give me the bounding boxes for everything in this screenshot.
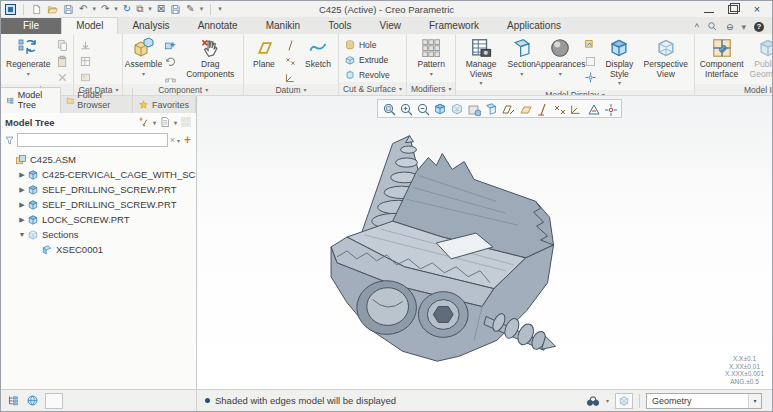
- filter-clear-icon[interactable]: ×: [170, 135, 175, 145]
- expander-icon[interactable]: ▶: [17, 171, 27, 179]
- hole-button[interactable]: Hole: [342, 38, 392, 52]
- minimize-button[interactable]: [702, 4, 716, 15]
- tab-framework[interactable]: Framework: [415, 18, 493, 34]
- tree-show-icon[interactable]: [180, 116, 192, 128]
- import-button[interactable]: [77, 38, 93, 52]
- tree-row-assembly[interactable]: C425.ASM: [1, 152, 196, 167]
- tree-row-part[interactable]: ▶ SELF_DRILLING_SCREW.PRT: [1, 182, 196, 197]
- minimize-ribbon-icon[interactable]: ^: [695, 22, 699, 32]
- publish-geometry-button[interactable]: Publish Geometry: [748, 36, 772, 80]
- restore-button[interactable]: [726, 4, 740, 15]
- tree-row-part[interactable]: ▶ SELF_DRILLING_SCREW.PRT: [1, 197, 196, 212]
- group-label-component[interactable]: Component▾: [123, 84, 243, 95]
- expander-icon[interactable]: ▶: [17, 201, 27, 209]
- selection-filter-dropdown[interactable]: Geometry ▾: [646, 393, 762, 409]
- cervical-cage-model[interactable]: [197, 96, 772, 389]
- tab-model[interactable]: Model: [61, 17, 118, 34]
- undo-dropdown-icon[interactable]: ▾: [92, 5, 96, 13]
- save-copy-icon[interactable]: [170, 4, 181, 15]
- find-icon[interactable]: [586, 394, 600, 408]
- navigator-toggle-icon[interactable]: [7, 394, 20, 407]
- create-component-button[interactable]: [163, 38, 179, 52]
- expander-icon[interactable]: ▶: [17, 216, 27, 224]
- undo-icon[interactable]: ↶: [79, 4, 87, 14]
- filter-dropdown-icon[interactable]: ▾: [177, 137, 180, 144]
- web-browser-toggle-icon[interactable]: [26, 394, 39, 407]
- delete-button[interactable]: [54, 70, 70, 84]
- tab-manikin[interactable]: Manikin: [252, 18, 314, 34]
- copy-button[interactable]: [54, 38, 70, 52]
- tab-file[interactable]: File: [1, 18, 61, 34]
- section-button[interactable]: Section ▾: [505, 36, 539, 80]
- select-box-icon[interactable]: [615, 393, 633, 409]
- drag-components-button[interactable]: Drag Components: [181, 36, 240, 80]
- tree-row-sections[interactable]: ▼ Sections: [1, 227, 196, 242]
- datum-csys-button[interactable]: [283, 70, 299, 84]
- sketch-button[interactable]: Sketch: [301, 36, 335, 71]
- tab-annotate[interactable]: Annotate: [184, 18, 252, 34]
- component-interface-button[interactable]: Component Interface: [698, 36, 746, 80]
- extrude-button[interactable]: Extrude: [342, 53, 392, 67]
- datum-axis-button[interactable]: [283, 38, 299, 52]
- open-file-icon[interactable]: [47, 4, 58, 15]
- perspective-view-button[interactable]: Perspective View: [641, 36, 691, 80]
- tree-columns-dropdown-icon[interactable]: ▾: [174, 119, 177, 126]
- close-window-icon[interactable]: ⊠: [157, 4, 165, 14]
- regenerate-icon[interactable]: ↻: [123, 4, 131, 14]
- tree-row-part[interactable]: ▶ C425-CERVICAL_CAGE_WITH_SCREW-7.PRT: [1, 167, 196, 182]
- tab-favorites[interactable]: Favorites: [133, 97, 196, 113]
- render-window-button[interactable]: [582, 54, 598, 68]
- expander-icon[interactable]: ▼: [17, 231, 27, 238]
- tab-model-tree[interactable]: Model Tree: [1, 87, 61, 113]
- spin-center-button[interactable]: [582, 70, 598, 84]
- tree-settings-icon[interactable]: [138, 116, 150, 128]
- edit-dropdown-icon[interactable]: ▾: [200, 5, 204, 13]
- tree-settings-dropdown-icon[interactable]: ▾: [153, 119, 156, 126]
- tab-tools[interactable]: Tools: [314, 18, 365, 34]
- plane-button[interactable]: Plane: [247, 36, 281, 71]
- pattern-button[interactable]: Pattern ▾: [414, 36, 448, 80]
- paste-button[interactable]: [54, 54, 70, 68]
- component-pattern-button[interactable]: [163, 70, 179, 84]
- model-edit-icon[interactable]: ✎: [186, 4, 194, 14]
- datum-point-button[interactable]: [283, 54, 299, 68]
- copy-geometry-button[interactable]: [77, 54, 93, 68]
- graphics-viewport[interactable]: X.X±0.1 X.XX±0.01 X.XXX±0.001 ANG.±0.5: [197, 96, 772, 389]
- assemble-button[interactable]: Assemble ▾: [126, 36, 160, 80]
- expander-icon[interactable]: ▶: [17, 186, 27, 194]
- tab-analysis[interactable]: Analysis: [118, 18, 183, 34]
- tree-filter-input[interactable]: [17, 133, 168, 147]
- window-switch-icon[interactable]: ⧉: [136, 4, 143, 14]
- connect-dropdown-icon[interactable]: ▾: [741, 22, 746, 32]
- connect-icon[interactable]: ⊖: [726, 22, 734, 32]
- shrinkwrap-button[interactable]: [77, 70, 93, 84]
- qat-customize-icon[interactable]: ▾: [218, 5, 222, 13]
- display-style-button[interactable]: Display Style ▾: [600, 36, 639, 90]
- filter-funnel-icon[interactable]: [4, 135, 15, 146]
- scene-button[interactable]: [582, 38, 598, 52]
- repeat-button[interactable]: [163, 54, 179, 68]
- window-dropdown-icon[interactable]: ▾: [148, 5, 152, 13]
- accessory-window-icon[interactable]: [45, 393, 63, 409]
- filter-add-button[interactable]: +: [182, 133, 193, 147]
- tab-applications[interactable]: Applications: [493, 18, 575, 34]
- appearances-button[interactable]: Appearances ▾: [541, 36, 580, 80]
- tab-folder-browser[interactable]: Folder Browser: [61, 88, 133, 113]
- tree-columns-icon[interactable]: [159, 116, 171, 128]
- redo-dropdown-icon[interactable]: ▾: [114, 5, 118, 13]
- app-icon[interactable]: [5, 4, 16, 15]
- command-search-icon[interactable]: [707, 21, 718, 32]
- manage-views-button[interactable]: Manage Views ▾: [459, 36, 502, 90]
- selection-filter-caret-icon[interactable]: ▾: [748, 394, 761, 408]
- redo-icon[interactable]: ↷: [101, 4, 109, 14]
- save-icon[interactable]: [63, 4, 74, 15]
- group-label-model-intent[interactable]: Model Intent▾: [695, 84, 772, 95]
- tree-row-xsec[interactable]: XSEC0001: [1, 242, 196, 257]
- tree-row-part[interactable]: ▶ LOCK_SCREW.PRT: [1, 212, 196, 227]
- tab-view[interactable]: View: [366, 18, 416, 34]
- group-label-datum[interactable]: Datum▾: [244, 84, 338, 95]
- new-file-icon[interactable]: [31, 4, 42, 15]
- find-dropdown-icon[interactable]: ▾: [606, 397, 609, 404]
- close-button[interactable]: ×: [750, 4, 764, 15]
- regenerate-button[interactable]: Regenerate ▾: [4, 36, 52, 80]
